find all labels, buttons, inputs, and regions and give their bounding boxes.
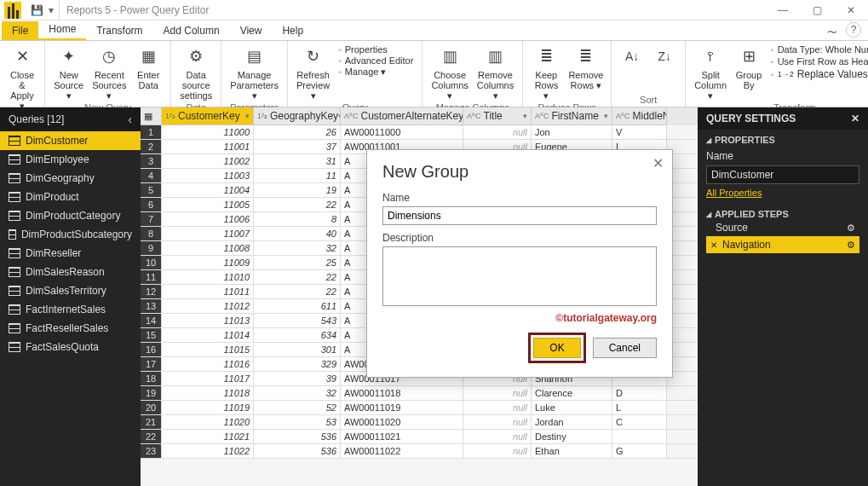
- tab-file[interactable]: File: [2, 21, 38, 40]
- all-properties-link[interactable]: All Properties: [706, 188, 762, 198]
- column-header[interactable]: AᴮCFirstName▾: [532, 107, 612, 125]
- query-item[interactable]: DimProduct: [0, 188, 141, 206]
- close-button[interactable]: ✕: [834, 0, 868, 20]
- tab-view[interactable]: View: [230, 21, 273, 40]
- tab-transform[interactable]: Transform: [86, 21, 152, 40]
- dialog-name-label: Name: [382, 192, 657, 204]
- table-row[interactable]: 2311022536AW00011022nullEthanG: [141, 444, 698, 459]
- refresh-preview-button[interactable]: ↻RefreshPreview ▾: [293, 43, 333, 102]
- remove-rows-button[interactable]: ≣RemoveRows ▾: [566, 43, 606, 92]
- ok-button[interactable]: OK: [533, 338, 580, 358]
- column-header[interactable]: AᴮCCustomerAlternateKey▾: [341, 107, 463, 125]
- column-header[interactable]: 1²₃GeographyKey▾: [254, 107, 341, 125]
- table-corner[interactable]: ▦: [141, 107, 162, 125]
- query-item[interactable]: DimEmployee: [0, 150, 141, 169]
- queries-panel: Queries [12] ‹ DimCustomerDimEmployeeDim…: [0, 107, 141, 486]
- tab-home[interactable]: Home: [38, 20, 86, 40]
- keep-rows-button[interactable]: ≣KeepRows ▾: [528, 43, 564, 102]
- tab-help[interactable]: Help: [272, 21, 313, 40]
- new-group-dialog: ✕ New Group Name Description ©tutorialga…: [366, 149, 673, 378]
- data-type-button[interactable]: Data Type: Whole Number ▾: [771, 44, 868, 55]
- step-icon: [710, 239, 717, 251]
- applied-steps-header[interactable]: APPLIED STEPS: [706, 209, 859, 219]
- table-row[interactable]: 191101832AW00011018nullClarenceD: [141, 386, 698, 401]
- collapse-queries-icon[interactable]: ‹: [128, 113, 132, 126]
- tab-add-column[interactable]: Add Column: [153, 21, 230, 40]
- gear-icon[interactable]: ⚙: [847, 223, 855, 234]
- replace-values-button[interactable]: 1→2 Replace Values: [771, 68, 868, 80]
- group-sort-label: Sort: [617, 95, 680, 105]
- table-row[interactable]: 11100026AW00011000nullJonV: [141, 125, 698, 140]
- column-header[interactable]: AᴮCMiddleNa▾: [612, 107, 667, 125]
- table-icon: [9, 342, 20, 352]
- table-icon: [9, 211, 20, 221]
- applied-step[interactable]: Navigation⚙: [706, 236, 859, 253]
- table-icon: [9, 248, 20, 258]
- query-item[interactable]: DimReseller: [0, 244, 141, 263]
- manage-parameters-button[interactable]: ▤ManageParameters ▾: [227, 43, 282, 102]
- table-row[interactable]: 211102053AW00011020nullJordanC: [141, 415, 698, 430]
- window-title: Reports 5 - Power Query Editor: [60, 4, 209, 16]
- group-name-input[interactable]: [382, 206, 657, 225]
- dialog-title: New Group: [382, 162, 657, 182]
- properties-section-header[interactable]: PROPERTIES: [706, 135, 859, 145]
- query-item[interactable]: FactInternetSales: [0, 300, 141, 319]
- applied-step[interactable]: Source⚙: [706, 219, 859, 236]
- properties-button[interactable]: Properties: [338, 44, 413, 55]
- cancel-button[interactable]: Cancel: [593, 338, 657, 358]
- query-item[interactable]: DimSalesTerritory: [0, 281, 141, 300]
- sort-asc-button[interactable]: A↓: [617, 43, 647, 72]
- first-row-headers-button[interactable]: Use First Row as Headers ▾: [771, 56, 868, 67]
- watermark-text: ©tutorialgateway.org: [382, 312, 657, 324]
- ok-button-highlight: OK: [528, 333, 585, 363]
- query-item[interactable]: DimCustomer: [0, 131, 141, 150]
- table-icon: [9, 136, 20, 146]
- group-by-button[interactable]: ⊞GroupBy: [732, 43, 766, 92]
- query-item[interactable]: DimProductCategory: [0, 206, 141, 225]
- table-row[interactable]: 2211021536AW00011021nullDestiny: [141, 430, 698, 444]
- ribbon-collapse-icon[interactable]: 〜: [827, 26, 837, 40]
- query-item[interactable]: FactResellerSales: [0, 319, 141, 338]
- recent-sources-button[interactable]: ◷RecentSources ▾: [89, 43, 129, 102]
- ribbon: ✕Close &Apply ▾ Close ✦NewSource ▾ ◷Rece…: [0, 41, 868, 107]
- gear-icon[interactable]: ⚙: [847, 240, 855, 251]
- qat-dropdown-icon[interactable]: ▾: [49, 4, 54, 16]
- minimize-button[interactable]: —: [766, 0, 800, 20]
- query-item[interactable]: DimSalesReason: [0, 263, 141, 281]
- query-item[interactable]: DimProductSubcategory: [0, 225, 141, 244]
- advanced-editor-button[interactable]: Advanced Editor: [338, 55, 413, 66]
- column-header[interactable]: AᴮCTitle▾: [463, 107, 532, 125]
- query-name-input[interactable]: [706, 165, 859, 184]
- table-row[interactable]: 201101952AW00011019nullLukeL: [141, 401, 698, 415]
- sort-desc-button[interactable]: Z↓: [649, 43, 680, 72]
- split-column-button[interactable]: ⫯SplitColumn ▾: [691, 43, 730, 102]
- table-icon: [9, 286, 20, 296]
- table-icon: [9, 192, 20, 202]
- data-source-settings-button[interactable]: ⚙Data sourcesettings: [176, 43, 216, 102]
- save-icon[interactable]: [31, 4, 43, 16]
- ribbon-tabs: File Home Transform Add Column View Help…: [0, 20, 868, 41]
- column-filter-icon: ▾: [523, 112, 527, 120]
- app-icon: [4, 2, 21, 19]
- table-icon: [9, 267, 20, 277]
- table-icon: [9, 229, 16, 240]
- maximize-button[interactable]: ▢: [800, 0, 834, 20]
- dialog-close-icon[interactable]: ✕: [652, 155, 664, 171]
- title-bar: ▾ Reports 5 - Power Query Editor — ▢ ✕: [0, 0, 868, 20]
- close-settings-icon[interactable]: ✕: [851, 113, 859, 124]
- query-item[interactable]: DimGeography: [0, 169, 141, 188]
- column-header[interactable]: 1²₃CustomerKey▾: [162, 107, 254, 125]
- manage-button[interactable]: Manage ▾: [338, 67, 413, 78]
- query-item[interactable]: FactSalesQuota: [0, 338, 141, 356]
- close-apply-button[interactable]: ✕Close &Apply ▾: [5, 43, 39, 113]
- query-settings-title: QUERY SETTINGS: [706, 113, 796, 124]
- new-source-button[interactable]: ✦NewSource ▾: [50, 43, 87, 102]
- choose-columns-button[interactable]: ▥ChooseColumns ▾: [428, 43, 471, 102]
- enter-data-button[interactable]: ▦EnterData: [131, 43, 165, 92]
- help-icon[interactable]: ?: [846, 22, 861, 38]
- dialog-description-label: Description: [382, 232, 657, 244]
- remove-columns-button[interactable]: ▥RemoveColumns ▾: [474, 43, 517, 102]
- group-description-input[interactable]: [382, 246, 657, 306]
- query-settings-panel: QUERY SETTINGS ✕ PROPERTIES Name All Pro…: [698, 107, 868, 486]
- column-filter-icon: ▾: [245, 112, 250, 120]
